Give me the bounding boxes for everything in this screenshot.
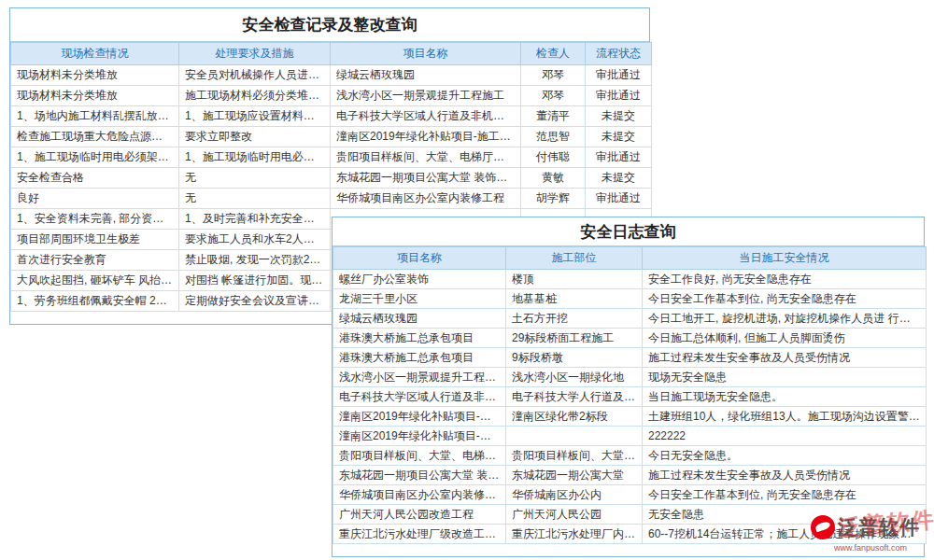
log-note-cell: 今日无安全隐患。 [643, 446, 927, 466]
log-project-link[interactable]: 浅水湾小区一期景观提升工程施工 [333, 368, 506, 387]
site-check-cell: 现场材料未分类堆放 [11, 65, 179, 86]
measure-cell: 1、施工现场应设置材料临时摆... [179, 106, 331, 127]
log-row: 港珠澳大桥施工总承包项目9标段桥墩施工过程未发生安全事故及人员受伤情况 [333, 348, 927, 368]
col-header-inspector[interactable]: 检查人 [521, 43, 586, 65]
status-cell: 审批通过 [586, 86, 652, 106]
status-cell: 未提交 [586, 168, 652, 189]
log-project-link[interactable]: 潼南区2019年绿化补贴项目-施工2标段 [333, 407, 506, 427]
log-note-cell: 施工过程未发生安全事故及人员受伤情况 [643, 348, 927, 368]
inspection-row: 检查施工现场重大危险点源和文...要求立即整改潼南区2019年绿化补贴项目-施工… [11, 127, 652, 147]
log-part-cell: 9标段桥墩 [506, 348, 643, 368]
inspector-link[interactable]: 付伟聪 [521, 147, 586, 168]
inspector-link[interactable]: 胡学辉 [521, 189, 586, 209]
log-project-link[interactable]: 潼南区2019年绿化补贴项目-施工2标段 [333, 427, 506, 446]
log-project-link[interactable]: 电子科技大学区域人行道及非机动车道工程 [333, 387, 506, 407]
log-project-link[interactable]: 广州天河人民公园改造工程 [333, 505, 506, 525]
log-part-cell: 贵阳项目样板间、大堂、... [506, 446, 643, 466]
status-cell: 审批通过 [586, 189, 652, 209]
log-note-cell: 今日安全工作基本到位, 尚无安全隐患存在 [643, 485, 927, 505]
measure-cell: 无 [179, 189, 331, 209]
log-project-link[interactable]: 贵阳项目样板间、大堂、电梯厅装修工程 [333, 446, 506, 466]
inspector-link[interactable]: 董清平 [521, 106, 586, 127]
log-note-cell: 现场无安全隐患 [643, 368, 927, 387]
log-row: 东城花园一期项目公寓大堂 装饰工程东城花园一期公寓大堂施工过程未发生安全事故及人… [333, 466, 927, 485]
project-link[interactable]: 潼南区2019年绿化补贴项目-施工2标段 [331, 127, 521, 147]
site-check-cell: 现场材料未分类堆放 [11, 86, 179, 106]
log-header-row: 项目名称 施工部位 当日施工安全情况 [333, 247, 927, 270]
project-link[interactable]: 贵阳项目样板间、大堂、电梯厅装修工程 [331, 147, 521, 168]
log-note-cell: 土建班组10人，绿化班组13人。施工现场沟边设置警示标识，... [643, 407, 927, 427]
log-project-link[interactable]: 东城花园一期项目公寓大堂 装饰工程 [333, 466, 506, 485]
log-note-cell: 今日安全工作基本到位, 尚无安全隐患存在 [643, 289, 927, 309]
status-cell: 审批通过 [586, 65, 652, 86]
log-part-cell: 潼南区绿化带2标段 [506, 407, 643, 427]
log-row: 螺丝厂办公室装饰楼顶安全工作良好, 尚无安全隐患存在 [333, 270, 927, 289]
col-header-measures[interactable]: 处理要求及措施 [179, 43, 331, 65]
log-table-body: 螺丝厂办公室装饰楼顶安全工作良好, 尚无安全隐患存在龙湖三千里小区地基基桩今日安… [333, 270, 927, 544]
log-note-cell: 222222 [643, 427, 927, 446]
log-part-cell: 地基基桩 [506, 289, 643, 309]
log-note-cell: 施工过程未发生安全事故及人员受伤情况 [643, 466, 927, 485]
log-part-cell: 广州天河人民公园 [506, 505, 643, 525]
watermark-row: 泛普软件 泛普软件 [811, 512, 930, 542]
log-row: 港珠澳大桥施工总承包项目29标段桥面工程施工今日施工总体顺利, 但施工人员脚面烫… [333, 329, 927, 348]
log-project-link[interactable]: 绿城云栖玫瑰园 [333, 309, 506, 329]
col-header-log-part[interactable]: 施工部位 [506, 247, 643, 270]
watermark-url-text: www.fanpusoft.com [811, 543, 930, 553]
log-row: 华侨城项目南区办公室内装修工程华侨城南区办公内今日安全工作基本到位, 尚无安全隐… [333, 485, 927, 505]
log-project-link[interactable]: 重庆江北污水处理厂级改造工程-道路修复 [333, 525, 506, 544]
inspector-link[interactable]: 黄敏 [521, 168, 586, 189]
project-link[interactable]: 电子科技大学区域人行道及非机动车道工程 [331, 106, 521, 127]
inspector-link[interactable]: 邓琴 [521, 65, 586, 86]
inspection-row: 良好无华侨城项目南区办公室内装修工程胡学辉审批通过 [11, 189, 652, 209]
log-project-link[interactable]: 龙湖三千里小区 [333, 289, 506, 309]
site-check-cell: 安全检查合格 [11, 168, 179, 189]
project-link[interactable]: 东城花园一期项目公寓大堂 装饰工程 [331, 168, 521, 189]
measure-cell: 安全员对机械操作人员进行安全... [179, 65, 331, 86]
measure-cell: 禁止吸烟, 发现一次罚款2000... [179, 250, 331, 271]
log-part-cell: 浅水湾小区一期绿化地 [506, 368, 643, 387]
col-header-project[interactable]: 项目名称 [331, 43, 521, 65]
log-project-link[interactable]: 螺丝厂办公室装饰 [333, 270, 506, 289]
status-cell: 未提交 [586, 127, 652, 147]
measure-cell: 1、及时完善和补充安全、质检... [179, 209, 331, 230]
inspection-row: 现场材料未分类堆放施工现场材料必须分类堆放整齐...浅水湾小区一期景观提升工程施… [11, 86, 652, 106]
measure-cell: 无 [179, 168, 331, 189]
site-check-cell: 首次进行安全教育 [11, 250, 179, 271]
measure-cell: 定期做好安全会议及宣讲工作 [179, 291, 331, 312]
log-note-cell: 当日施工现场无安全隐患。 [643, 387, 927, 407]
log-table: 项目名称 施工部位 当日施工安全情况 螺丝厂办公室装饰楼顶安全工作良好, 尚无安… [333, 246, 927, 544]
inspection-header-row: 现场检查情况 处理要求及措施 项目名称 检查人 流程状态 [11, 43, 652, 65]
inspector-link[interactable]: 范思智 [521, 127, 586, 147]
site-check-cell: 大风吹起围挡, 砸坏铲车 风抬玻... [11, 271, 179, 291]
log-project-link[interactable]: 港珠澳大桥施工总承包项目 [333, 329, 506, 348]
inspection-row: 现场材料未分类堆放安全员对机械操作人员进行安全...绿城云栖玫瑰园邓琴审批通过 [11, 65, 652, 86]
project-link[interactable]: 华侨城项目南区办公室内装修工程 [331, 189, 521, 209]
log-project-link[interactable]: 华侨城项目南区办公室内装修工程 [333, 485, 506, 505]
log-part-cell: 重庆江北污水处理厂内部... [506, 525, 643, 544]
project-link[interactable]: 浅水湾小区一期景观提升工程施工 [331, 86, 521, 106]
log-part-cell: 东城花园一期公寓大堂 [506, 466, 643, 485]
col-header-status[interactable]: 流程状态 [586, 43, 652, 65]
watermark-brand-text: 泛普软件 [838, 514, 920, 540]
measure-cell: 1、施工现场临时用电必须架空... [179, 147, 331, 168]
measure-cell: 要求立即整改 [179, 127, 331, 147]
inspection-row: 1、场地内施工材料乱摆乱放。2...1、施工现场应设置材料临时摆...电子科技大… [11, 106, 652, 127]
col-header-log-note[interactable]: 当日施工安全情况 [643, 247, 927, 270]
measure-cell: 要求施工人员和水车2人配合整... [179, 230, 331, 250]
log-row: 龙湖三千里小区地基基桩今日安全工作基本到位, 尚无安全隐患存在 [333, 289, 927, 309]
status-cell: 未提交 [586, 106, 652, 127]
log-project-link[interactable]: 港珠澳大桥施工总承包项目 [333, 348, 506, 368]
log-note-cell: 安全工作良好, 尚无安全隐患存在 [643, 270, 927, 289]
col-header-site-check[interactable]: 现场检查情况 [11, 43, 179, 65]
log-note-cell: 今日施工总体顺利, 但施工人员脚面烫伤 [643, 329, 927, 348]
inspector-link[interactable]: 邓琴 [521, 86, 586, 106]
measure-cell: 对围挡 帐篷进行加固。现场规... [179, 271, 331, 291]
inspection-window-title: 安全检查记录及整改查询 [10, 8, 649, 42]
project-link[interactable]: 绿城云栖玫瑰园 [331, 65, 521, 86]
site-check-cell: 检查施工现场重大危险点源和文... [11, 127, 179, 147]
log-part-cell: 电子科技大学人行道及非... [506, 387, 643, 407]
log-row: 贵阳项目样板间、大堂、电梯厅装修工程贵阳项目样板间、大堂、...今日无安全隐患。 [333, 446, 927, 466]
log-row: 电子科技大学区域人行道及非机动车道工程电子科技大学人行道及非...当日施工现场无… [333, 387, 927, 407]
col-header-log-project[interactable]: 项目名称 [333, 247, 506, 270]
